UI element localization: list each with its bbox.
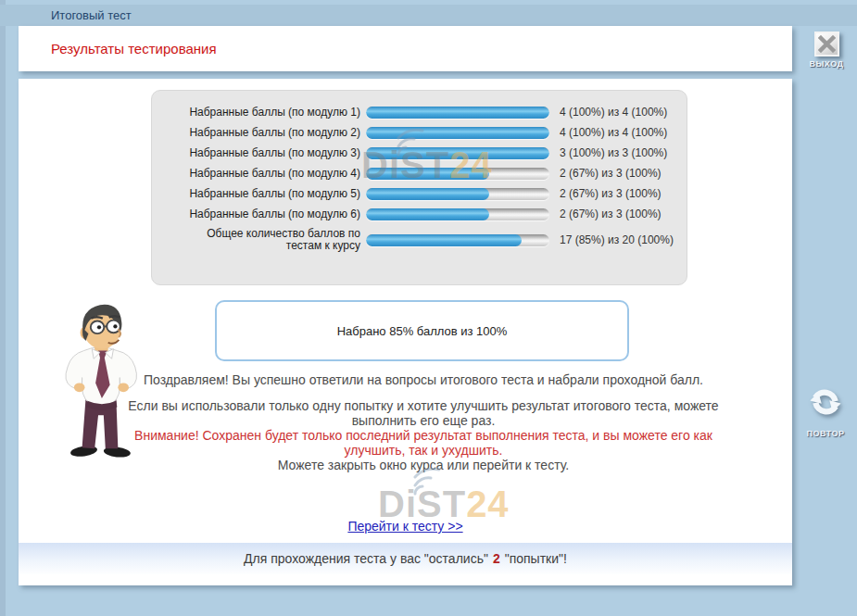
score-label: Набранные баллы (по модулю 4) <box>169 168 360 180</box>
score-value: 4 (100%) из 4 (100%) <box>560 106 667 119</box>
results-header-panel: Результаты тестирования <box>19 26 792 71</box>
score-value: 4 (100%) из 4 (100%) <box>560 126 667 139</box>
score-label: Набранные баллы (по модулю 3) <box>169 147 360 159</box>
attempts-text-prefix: Для прохождения теста у вас "остались" <box>244 551 488 566</box>
close-info-text: Можете закрыть окно курса или перейти к … <box>123 458 724 472</box>
go-to-test-row: Перейти к тесту >> <box>19 518 792 534</box>
score-row: Набранные баллы (по модулю 5) 2 (67%) из… <box>169 187 687 200</box>
score-value: 2 (67%) из 3 (100%) <box>560 167 662 180</box>
module-scores-panel: Набранные баллы (по модулю 1) 4 (100%) и… <box>151 90 687 285</box>
go-to-test-link[interactable]: Перейти к тесту >> <box>347 519 462 534</box>
refresh-icon[interactable] <box>805 382 846 422</box>
score-row: Набранные баллы (по модулю 6) 2 (67%) из… <box>169 207 687 220</box>
page: { "window": { "title": "Итоговый тест" }… <box>0 0 857 616</box>
score-label: Набранные баллы (по модулю 1) <box>169 107 360 119</box>
exit-button-label: ВЫХОД <box>800 59 853 69</box>
overall-score-box: Набрано 85% баллов из 100% <box>215 300 629 361</box>
progress-bar-fill <box>366 188 489 200</box>
score-row: Набранные баллы (по модулю 2) 4 (100%) и… <box>169 126 687 139</box>
score-label: Общее количество баллов по тестам к курс… <box>169 228 360 252</box>
score-value: 3 (100%) из 3 (100%) <box>560 146 667 159</box>
retry-info-text: Если вы использовали только одну попытку… <box>123 398 724 428</box>
progress-bar-track <box>366 127 549 139</box>
congrats-text: Поздравляем! Вы успешно ответили на вопр… <box>123 372 724 387</box>
exit-button[interactable]: ВЫХОД <box>800 31 853 69</box>
progress-bar-fill <box>366 208 489 220</box>
attempts-text-suffix: "попытки"! <box>505 551 567 566</box>
score-label: Набранные баллы (по модулю 5) <box>169 188 360 200</box>
score-value: 17 (85%) из 20 (100%) <box>560 233 674 246</box>
progress-bar-fill <box>366 168 489 180</box>
score-label: Набранные баллы (по модулю 6) <box>169 208 360 220</box>
score-label: Набранные баллы (по модулю 2) <box>169 127 360 139</box>
progress-bar-track <box>366 208 549 220</box>
page-title: Результаты тестирования <box>51 41 217 57</box>
score-row: Общее количество баллов по тестам к курс… <box>169 228 687 252</box>
score-value: 2 (67%) из 3 (100%) <box>560 187 662 200</box>
repeat-button-label: ПОВТОР <box>795 429 856 438</box>
score-row: Набранные баллы (по модулю 4) 2 (67%) из… <box>169 167 687 180</box>
warning-text: Внимание! Сохранен будет только последни… <box>123 428 724 458</box>
scores-rows: Набранные баллы (по модулю 1) 4 (100%) и… <box>169 106 687 252</box>
window-titlebar: Итоговый тест <box>0 5 857 26</box>
progress-bar-track <box>366 168 549 180</box>
repeat-button[interactable]: ПОВТОР <box>795 382 856 438</box>
score-row: Набранные баллы (по модулю 3) 3 (100%) и… <box>169 146 687 159</box>
overall-score-text: Набрано 85% баллов из 100% <box>337 324 508 338</box>
progress-bar-track <box>366 234 549 246</box>
attempts-count: 2 <box>493 551 500 566</box>
progress-bar-fill <box>366 147 549 159</box>
progress-bar-fill <box>366 107 549 119</box>
progress-bar-track <box>366 147 549 159</box>
progress-bar-track <box>366 188 549 200</box>
window-left-border <box>0 0 6 616</box>
result-message: Поздравляем! Вы успешно ответили на вопр… <box>123 372 724 472</box>
close-icon[interactable] <box>814 31 839 57</box>
score-row: Набранные баллы (по модулю 1) 4 (100%) и… <box>169 106 687 119</box>
results-content-panel: Набранные баллы (по модулю 1) 4 (100%) и… <box>19 79 792 585</box>
attempts-status-bar: Для прохождения теста у вас "остались" 2… <box>19 543 792 574</box>
window-title: Итоговый тест <box>51 8 132 22</box>
progress-bar-fill <box>366 127 549 139</box>
score-value: 2 (67%) из 3 (100%) <box>560 207 662 220</box>
progress-bar-track <box>366 107 549 119</box>
progress-bar-fill <box>366 234 522 246</box>
